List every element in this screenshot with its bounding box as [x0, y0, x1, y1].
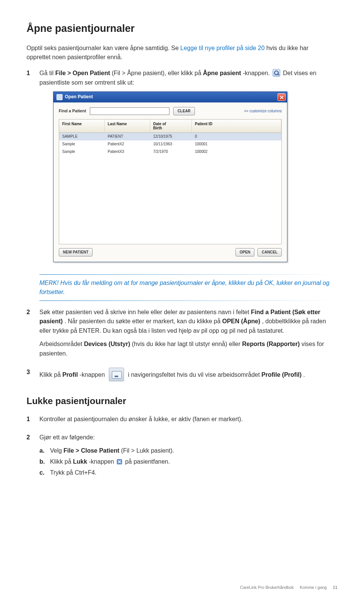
menu-path: File > Close Patient [64, 447, 119, 454]
note-block: MERK! Hvis du får melding om at for mang… [39, 274, 337, 301]
open-button[interactable]: OPEN [235, 248, 254, 256]
app-icon [56, 94, 63, 100]
close-step-1: 1 Kontroller at pasientjournalen du ønsk… [27, 415, 337, 428]
close-tab-icon [117, 459, 122, 464]
dialog-titlebar: Open Patient [53, 92, 287, 102]
sub-b-text: Klikk på Lukk -knappen på pasientfanen. [50, 457, 170, 467]
step-3-text: Klikk på Profil -knappen i navigeringsfe… [39, 368, 337, 381]
area-ref: Reports (Rapporter) [242, 341, 300, 347]
footer-section: Komme i gang [300, 585, 327, 590]
footer-page: 11 [333, 585, 337, 590]
dialog-body: Find a Patient CLEAR >> customize column… [53, 102, 287, 262]
t: Gå til [39, 70, 55, 76]
step-1: 1 Gå til File > Open Patient (Fil > Åpne… [27, 69, 337, 267]
col-dob[interactable]: Date of Birth [150, 120, 192, 132]
open-patient-dialog: Open Patient Find a Patient CLEAR >> cus… [53, 91, 287, 262]
find-label: Find a Patient [59, 108, 86, 114]
dialog-title: Open Patient [65, 93, 93, 101]
find-row: Find a Patient CLEAR >> customize column… [59, 107, 282, 115]
sub-b: b. Klikk på Lukk -knappen på pasientfane… [39, 457, 337, 467]
col-patient-id[interactable]: Patient ID [192, 120, 281, 132]
step-number: 3 [27, 368, 39, 385]
subletter: a. [39, 446, 50, 456]
cell: 7/2/1970 [150, 149, 192, 155]
profile-icon [109, 368, 124, 381]
customize-columns-link[interactable]: >> customize columns [244, 108, 282, 114]
new-patient-button[interactable]: NEW PATIENT [59, 248, 93, 256]
intro-paragraph: Opptil seks pasientjournaler kan være åp… [27, 44, 322, 62]
sub-a-text: Velg File > Close Patient (Fil > Lukk pa… [50, 446, 174, 456]
cell: 100002 [192, 149, 281, 155]
table-row[interactable]: SamplePatientX37/2/1970100002 [59, 148, 281, 156]
close-step-2: 2 Gjør ett av følgende: a. Velg File > C… [27, 433, 337, 479]
note-text: MERK! Hvis du får melding om at for mang… [39, 276, 337, 299]
cell: PATIENT [105, 134, 150, 140]
t: (Fil > Lukk pasient). [121, 447, 174, 454]
sub-a: a. Velg File > Close Patient (Fil > Lukk… [39, 446, 337, 456]
t: . Når pasienten du søkte etter er marker… [64, 318, 222, 324]
close-step-2-text: Gjør ett av følgende: [39, 433, 337, 442]
open-steps: 1 Gå til File > Open Patient (Fil > Åpne… [27, 69, 337, 385]
heading-close: Lukke pasientjournaler [27, 396, 337, 406]
step-number: 2 [27, 433, 39, 479]
t: på pasientfanen. [125, 458, 170, 465]
find-input[interactable] [90, 107, 169, 115]
t: (Fil > Åpne pasient), eller klikk på [112, 70, 203, 76]
close-steps: 1 Kontroller at pasientjournalen du ønsk… [27, 415, 337, 479]
cell: PatientX2 [105, 141, 150, 147]
footer-book: CareLink Pro Brukerhåndbok [240, 585, 294, 590]
sub-c-text: Trykk på Ctrl+F4. [50, 468, 97, 478]
clear-button[interactable]: CLEAR [173, 107, 195, 115]
intro-text-pre: Opptil seks pasientjournaler kan være åp… [27, 45, 180, 51]
table-body: SAMPLEPATIENT12/10/19750SamplePatientX21… [59, 133, 281, 244]
page-footer: CareLink Pro Brukerhåndbok Komme i gang … [27, 585, 337, 590]
col-first-name[interactable]: First Name [59, 120, 105, 132]
t: . [303, 371, 305, 378]
cell: Sample [59, 149, 105, 155]
step-1-text: Gå til File > Open Patient (Fil > Åpne p… [39, 69, 337, 88]
heading-open: Åpne pasientjournaler [27, 23, 337, 35]
button-ref: Profil [62, 371, 78, 378]
subletter: b. [39, 457, 50, 467]
search-icon [273, 69, 280, 77]
col-last-name[interactable]: Last Name [105, 120, 150, 132]
cell: 10/11/1963 [150, 141, 192, 147]
cell: Sample [59, 141, 105, 147]
table-header: First Name Last Name Date of Birth Patie… [59, 120, 281, 133]
step-2-p1: Søk etter pasienten ved å skrive inn hel… [39, 308, 337, 336]
cell: 12/10/1975 [150, 134, 192, 140]
menu-path: File > Open Patient [55, 70, 110, 76]
sub-c: c. Trykk på Ctrl+F4. [39, 468, 337, 478]
t: -knappen [89, 458, 116, 465]
step-number: 1 [27, 69, 39, 267]
cancel-button[interactable]: CANCEL [257, 248, 282, 256]
step-2-p2: Arbeidsområdet Devices (Utstyr) (hvis du… [39, 340, 337, 359]
step-2: 2 Søk etter pasienten ved å skrive inn h… [27, 308, 337, 362]
sublist: a. Velg File > Close Patient (Fil > Lukk… [39, 446, 337, 477]
close-step-1-text: Kontroller at pasientjournalen du ønsker… [39, 415, 337, 424]
cell: 100001 [192, 141, 281, 147]
table-row[interactable]: SAMPLEPATIENT12/10/19750 [59, 133, 281, 140]
intro-link[interactable]: Legge til nye profiler på side 20 [180, 45, 265, 51]
cell: 0 [192, 134, 281, 140]
cell: PatientX3 [105, 149, 150, 155]
t: Arbeidsområdet [39, 341, 84, 347]
table-row[interactable]: SamplePatientX210/11/1963100001 [59, 140, 281, 148]
close-icon[interactable] [278, 93, 286, 101]
cell: SAMPLE [59, 134, 105, 140]
patient-table: First Name Last Name Date of Birth Patie… [59, 119, 282, 244]
t: -knappen [80, 371, 107, 378]
dialog-footer: NEW PATIENT OPEN CANCEL [59, 244, 282, 257]
subletter: c. [39, 468, 50, 478]
area-ref: Profile (Profil) [262, 371, 302, 378]
button-ref: Åpne pasient [203, 70, 241, 76]
t: i navigeringsfeltet hvis du vil vise arb… [128, 371, 261, 378]
t: Klikk på [39, 371, 62, 378]
t: Velg [50, 447, 64, 454]
t: -knappen. [243, 70, 271, 76]
step-number: 1 [27, 415, 39, 428]
step-3: 3 Klikk på Profil -knappen i navigerings… [27, 368, 337, 385]
t: (hvis du ikke har lagt til utstyr ennå) … [132, 341, 242, 347]
t: Søk etter pasienten ved å skrive inn hel… [39, 309, 251, 315]
button-ref: OPEN (Åpne) [222, 318, 260, 324]
